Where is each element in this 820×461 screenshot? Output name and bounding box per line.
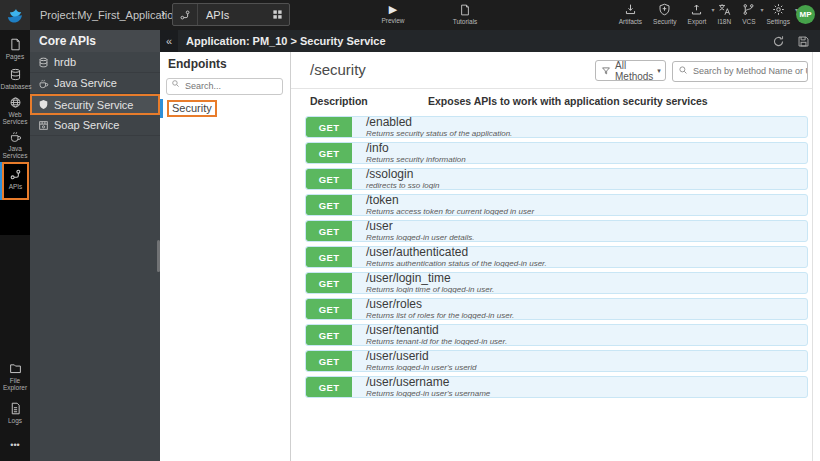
endpoint-row[interactable]: GET /user/login_timeReturns login time o… bbox=[305, 272, 808, 294]
sidebar-item-pages[interactable]: Pages bbox=[0, 38, 30, 60]
shield-icon bbox=[658, 3, 671, 16]
endpoint-rows: GET /enabledReturns security status of t… bbox=[305, 116, 808, 402]
sidebar-item-label: Logs bbox=[1, 417, 30, 424]
refresh-icon[interactable] bbox=[772, 35, 785, 48]
active-item-background bbox=[0, 200, 30, 235]
sidebar-item-label: APIs bbox=[1, 183, 30, 190]
sidebar-item-databases[interactable]: Databases bbox=[0, 68, 30, 90]
endpoint-row[interactable]: GET /user/useridReturns logged-in user's… bbox=[305, 350, 808, 372]
sidebar-item-file-explorer[interactable]: File Explorer bbox=[0, 362, 30, 392]
globe-icon bbox=[9, 96, 22, 109]
core-api-item-label: Java Service bbox=[54, 77, 117, 89]
scrollbar-track[interactable] bbox=[812, 52, 813, 461]
user-avatar[interactable]: MP bbox=[796, 5, 815, 24]
endpoint-row[interactable]: GET /ssologinredirects to sso login bbox=[305, 168, 808, 190]
folder-icon bbox=[9, 362, 22, 375]
breadcrumb: Application: PM_10 > Security Service bbox=[186, 35, 386, 47]
method-badge: GET bbox=[306, 247, 352, 267]
settings-button[interactable]: ▾ Settings bbox=[767, 3, 791, 25]
sidebar-item-apis[interactable]: APIs bbox=[2, 162, 29, 200]
endpoint-row[interactable]: GET /infoReturns security information bbox=[305, 142, 808, 164]
sidebar-item-more[interactable]: ••• bbox=[0, 440, 30, 450]
core-api-item-label: Security Service bbox=[54, 99, 133, 111]
endpoint-row[interactable]: GET /user/usernameReturns logged-in user… bbox=[305, 376, 808, 398]
endpoints-panel: Endpoints Security bbox=[160, 52, 291, 461]
endpoint-row[interactable]: GET /user/authenticatedReturns authentic… bbox=[305, 246, 808, 268]
core-api-item-soap-service[interactable]: Soap Service bbox=[30, 115, 160, 136]
scrollbar-thumb[interactable] bbox=[157, 240, 160, 272]
service-path-title: /security bbox=[310, 61, 366, 78]
tutorials-doc-icon bbox=[459, 4, 471, 16]
endpoint-path: /token bbox=[366, 194, 534, 206]
tab-apis-label: APIs bbox=[198, 9, 272, 21]
endpoint-row[interactable]: GET /tokenReturns access token for curre… bbox=[305, 194, 808, 216]
core-api-item-label: hrdb bbox=[54, 56, 76, 68]
description-value: Exposes APIs to work with application se… bbox=[428, 95, 708, 107]
endpoints-title: Endpoints bbox=[160, 52, 290, 75]
divider bbox=[291, 88, 812, 89]
core-api-item-security-service[interactable]: Security Service bbox=[30, 94, 160, 115]
left-sidebar: Pages Databases Web Services Java Servic… bbox=[0, 30, 30, 461]
collapse-panel-button[interactable]: « bbox=[160, 30, 178, 52]
core-apis-title: Core APIs bbox=[30, 30, 160, 52]
security-label: Security bbox=[653, 18, 676, 25]
preview-label: Preview bbox=[381, 17, 404, 24]
endpoint-row[interactable]: GET /user/rolesReturns list of roles for… bbox=[305, 298, 808, 320]
caret-down-icon: ▾ bbox=[711, 6, 714, 13]
method-badge: GET bbox=[306, 325, 352, 345]
search-icon bbox=[678, 65, 688, 75]
artifacts-button[interactable]: Artifacts bbox=[619, 3, 642, 25]
translate-icon bbox=[718, 3, 731, 16]
method-badge: GET bbox=[306, 117, 352, 137]
method-badge: GET bbox=[306, 221, 352, 241]
save-icon[interactable] bbox=[797, 35, 810, 48]
endpoint-description: Returns list of roles for the logged-in … bbox=[366, 311, 514, 320]
api-icon bbox=[9, 168, 22, 181]
endpoint-path: /user/authenticated bbox=[366, 246, 547, 258]
tutorials-button[interactable]: Tutorials bbox=[442, 4, 488, 25]
grid-icon[interactable] bbox=[272, 9, 289, 20]
endpoints-search-input[interactable] bbox=[166, 78, 283, 95]
export-label: Export bbox=[688, 18, 707, 25]
download-icon bbox=[624, 3, 637, 16]
core-api-item-label: Soap Service bbox=[54, 119, 119, 131]
core-api-item-java-service[interactable]: Java Service bbox=[30, 73, 160, 94]
i18n-label: I18N bbox=[717, 18, 731, 25]
endpoint-description: redirects to sso login bbox=[366, 181, 439, 190]
security-button[interactable]: Security bbox=[653, 3, 676, 25]
core-api-item-hrdb[interactable]: hrdb bbox=[30, 52, 160, 73]
database-icon bbox=[38, 57, 49, 68]
endpoint-row[interactable]: GET /enabledReturns security status of t… bbox=[305, 116, 808, 138]
artifacts-label: Artifacts bbox=[619, 18, 642, 25]
endpoint-path: /user/tenantid bbox=[366, 324, 507, 336]
sidebar-item-label: Java Services bbox=[1, 145, 30, 160]
endpoint-row[interactable]: GET /userReturns logged-in user details. bbox=[305, 220, 808, 242]
endpoint-list-item-security[interactable]: Security bbox=[160, 99, 290, 118]
chevron-right-icon[interactable]: › bbox=[161, 5, 165, 20]
i18n-button[interactable]: I18N bbox=[717, 3, 731, 25]
more-icon: ••• bbox=[1, 440, 30, 450]
endpoints-search bbox=[166, 75, 284, 95]
methods-filter-dropdown[interactable]: All Methods ▾ bbox=[595, 60, 666, 81]
vcs-button[interactable]: ▾ VCS bbox=[742, 3, 755, 25]
preview-button[interactable]: ▶ Preview bbox=[370, 4, 416, 24]
app-window: Project:My_First_Application › APIs ▶ Pr… bbox=[0, 0, 820, 461]
sidebar-item-label: Web Services bbox=[1, 111, 30, 126]
sidebar-item-java-services[interactable]: Java Services bbox=[0, 130, 30, 160]
sidebar-item-logs[interactable]: Logs bbox=[0, 402, 30, 424]
search-icon bbox=[171, 79, 180, 88]
tab-apis[interactable]: APIs bbox=[172, 3, 290, 26]
api-icon bbox=[173, 4, 198, 25]
project-name: Project:My_First_Application bbox=[40, 9, 179, 21]
export-button[interactable]: ▾ Export bbox=[688, 3, 707, 25]
endpoint-list-item-label: Security bbox=[167, 100, 217, 117]
app-logo[interactable] bbox=[0, 0, 30, 30]
database-icon bbox=[9, 68, 22, 81]
sidebar-item-label: File Explorer bbox=[1, 377, 30, 392]
url-search-input[interactable] bbox=[672, 61, 808, 82]
page-icon bbox=[9, 38, 22, 51]
endpoint-row[interactable]: GET /user/tenantidReturns tenant-id for … bbox=[305, 324, 808, 346]
endpoint-path: /user/roles bbox=[366, 298, 514, 310]
sidebar-item-web-services[interactable]: Web Services bbox=[0, 96, 30, 126]
endpoint-path: /user bbox=[366, 220, 475, 232]
